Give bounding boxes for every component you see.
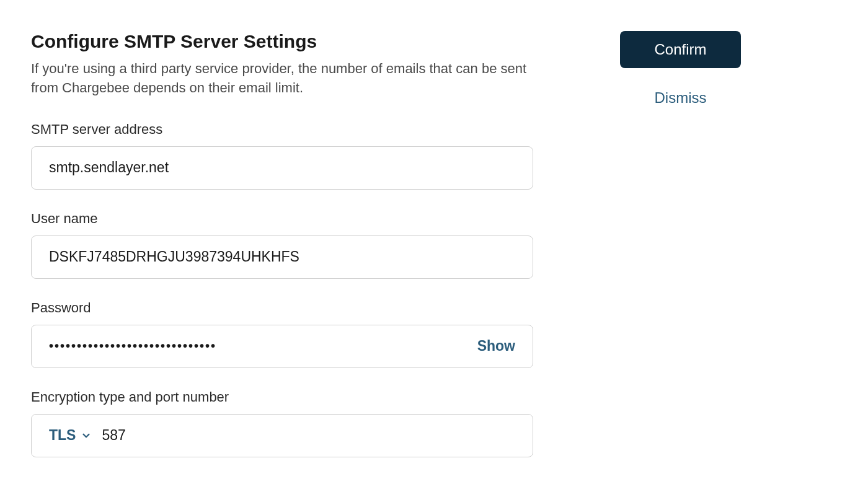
port-input[interactable]	[102, 427, 515, 444]
smtp-field-group: SMTP server address	[31, 121, 533, 190]
encryption-label: Encryption type and port number	[31, 389, 533, 405]
username-label: User name	[31, 211, 533, 227]
page-title: Configure SMTP Server Settings	[31, 31, 533, 52]
username-input[interactable]	[31, 235, 533, 279]
password-label: Password	[31, 300, 533, 316]
encryption-row: TLS	[31, 414, 533, 457]
encryption-type-dropdown[interactable]: TLS	[49, 427, 92, 444]
password-row: Show	[31, 325, 533, 368]
encryption-type-value: TLS	[49, 427, 76, 444]
password-field-group: Password Show	[31, 300, 533, 368]
encryption-field-group: Encryption type and port number TLS	[31, 389, 533, 457]
chevron-down-icon	[81, 430, 92, 441]
smtp-input[interactable]	[31, 146, 533, 190]
show-password-button[interactable]: Show	[477, 338, 515, 354]
dismiss-button[interactable]: Dismiss	[655, 89, 707, 107]
page-description: If you're using a third party service pr…	[31, 59, 533, 98]
actions-sidebar: Confirm Dismiss	[620, 31, 741, 478]
password-input[interactable]	[49, 339, 477, 353]
username-field-group: User name	[31, 211, 533, 279]
confirm-button[interactable]: Confirm	[620, 31, 741, 68]
smtp-label: SMTP server address	[31, 121, 533, 138]
